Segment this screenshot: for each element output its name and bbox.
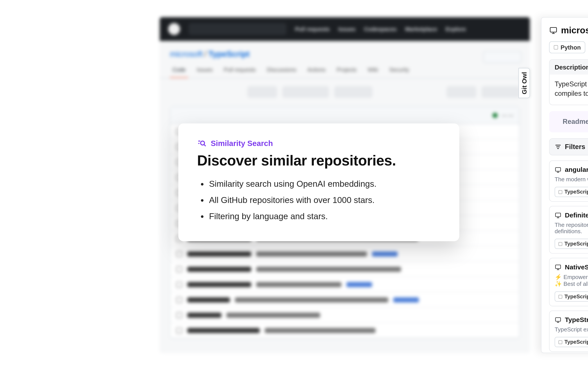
repo-title[interactable]: microsoft/TypeScript [549, 25, 588, 35]
language-swatch-icon [558, 242, 562, 246]
feature-bullet: All GitHub repositories with over 1000 s… [209, 192, 441, 208]
svg-rect-28 [555, 265, 561, 269]
similar-repo-description: The repository for high quality TypeScri… [555, 222, 588, 235]
repo-icon [549, 26, 558, 35]
panel-tabs: Readme Analytics Similar [549, 111, 588, 132]
similarity-search-icon [197, 139, 207, 148]
language-swatch-icon [558, 190, 562, 194]
language-badge: TypeScript [555, 239, 588, 249]
svg-line-3 [204, 145, 206, 146]
feature-bullet: Similarity search using OpenAI embedding… [209, 176, 441, 192]
svg-rect-34 [555, 318, 561, 321]
svg-rect-16 [555, 168, 561, 171]
tab-readme[interactable]: Readme [551, 114, 588, 130]
language-badge: TypeScript [555, 292, 588, 302]
similar-repo-description: ⚡ Empowering JavaScript with native plat… [555, 273, 588, 287]
filters-bar: Filters Show [549, 138, 588, 155]
language-badge: Python [549, 41, 586, 53]
language-swatch-icon [558, 295, 562, 298]
svg-rect-4 [550, 27, 557, 32]
similar-repo-name: DefinitelyTyped/DefinitelyTyped [565, 212, 588, 219]
description-heading: Description [550, 60, 588, 74]
feature-card: Similarity Search Discover similar repos… [178, 123, 459, 241]
language-swatch-icon [554, 45, 558, 49]
similar-repo-card[interactable]: TypeStrong/ts-node 0.85 TypeScript execu… [549, 311, 588, 352]
description-box: Description TypeScript is a superset of … [549, 59, 588, 105]
similar-repo-card[interactable]: angular/angular 0.87 The modern web deve… [549, 160, 588, 202]
similar-repo-name: angular/angular [565, 166, 588, 174]
similar-repo-card[interactable]: NativeScript/NativeScript 0.86 ⚡ Empower… [549, 258, 588, 306]
language-badge: TypeScript [555, 337, 588, 347]
repo-icon [555, 264, 562, 271]
feature-bullet: Filtering by language and stars. [209, 208, 441, 224]
language-badge: TypeScript [555, 187, 588, 197]
repo-icon [555, 212, 562, 219]
svg-rect-22 [555, 213, 561, 217]
language-swatch-icon [558, 340, 562, 344]
feature-eyebrow: Similarity Search [211, 139, 273, 148]
similar-list: angular/angular 0.87 The modern web deve… [541, 160, 588, 353]
similar-repo-description: The modern web developer's platform [555, 176, 588, 183]
similar-repo-card[interactable]: DefinitelyTyped/DefinitelyTyped 0.86 The… [549, 206, 588, 254]
svg-point-2 [201, 141, 205, 145]
repo-icon [555, 166, 562, 173]
similar-repo-name: TypeStrong/ts-node [565, 316, 588, 324]
similar-repo-description: TypeScript execution and REPL for node.j… [555, 326, 588, 333]
description-text: TypeScript is a superset of JavaScript t… [550, 74, 588, 105]
filters-label: Filters [565, 143, 585, 151]
feature-headline: Discover similar repositories. [197, 152, 441, 169]
repo-icon [555, 317, 562, 323]
filter-icon [555, 143, 562, 150]
gitowl-drawer-toggle[interactable]: Git Owl [518, 68, 530, 98]
similar-repo-name: NativeScript/NativeScript [565, 263, 588, 271]
gitowl-panel: microsoft/TypeScript Python ★ 2.1k 45 [541, 17, 588, 353]
